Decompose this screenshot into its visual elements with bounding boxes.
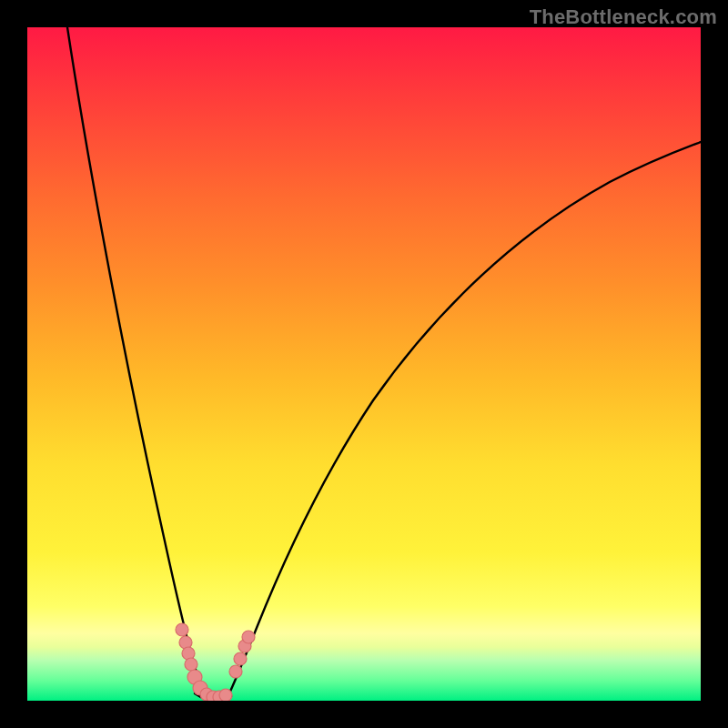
bottleneck-curve xyxy=(27,27,701,701)
svg-point-11 xyxy=(234,652,247,665)
curve-right-branch xyxy=(228,142,701,697)
svg-point-0 xyxy=(176,623,188,636)
watermark-text: TheBottleneck.com xyxy=(530,5,717,29)
chart-plot-area xyxy=(27,27,701,701)
svg-point-3 xyxy=(185,658,197,671)
svg-point-10 xyxy=(229,665,242,678)
svg-point-13 xyxy=(242,631,255,643)
svg-point-9 xyxy=(219,689,232,701)
marker-dots xyxy=(176,623,255,701)
curve-left-branch xyxy=(67,27,205,693)
